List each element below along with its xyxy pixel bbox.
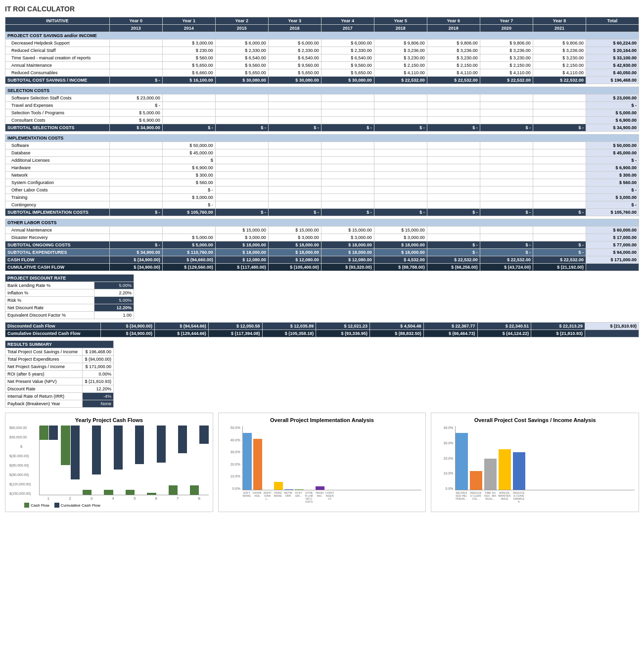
bar-group-5 (126, 426, 144, 495)
x-label: 7 (168, 496, 187, 501)
discounted-cashflow-table: Discounted Cash Flow $ (34,900.00) $ (94… (5, 322, 639, 337)
cashflow-bar-col (61, 426, 70, 495)
x-label: 5 (125, 496, 144, 501)
savings-bar-1 (470, 471, 482, 490)
year1-num: 2014 (162, 25, 215, 32)
selection-section-header: SELECTION COSTS (5, 87, 639, 95)
savings-chart-bars (455, 426, 635, 490)
table-row: Database $ 45,000.00 $ 45,000.00 (5, 149, 639, 157)
table-row: Annual Maintenance $ 15,000.00 $ 15,000.… (5, 227, 639, 234)
impl-chart-bars (242, 426, 422, 490)
column-header-row: INITIATIVE Year 0 Year 1 Year 2 Year 3 Y… (5, 17, 639, 25)
irr-row: Internal Rate of Return (IRR) -4% (5, 393, 114, 400)
net-discount-row: Net Discount Rate 12.20% (5, 304, 134, 312)
main-table: INITIATIVE Year 0 Year 1 Year 2 Year 3 Y… (5, 17, 639, 271)
cumulative-bar-col (157, 426, 166, 495)
year3-num: 2016 (268, 25, 321, 32)
bar-group-4 (104, 426, 122, 495)
cashflow-bar-col (83, 426, 92, 495)
table-row: Training $ 3,000.00 $ 3,000.00 (5, 194, 639, 201)
table-row: Software $ 50,000.00 $ 50,000.00 (5, 142, 639, 149)
cashflow-chart-bars (39, 426, 209, 495)
x-label: 1 (39, 496, 58, 501)
impl-x-label: TRAINING (315, 491, 324, 503)
roi-row: ROI (after 5 years) 0.00% (5, 371, 114, 378)
impl-bar-4 (284, 489, 293, 490)
bar-group-6 (147, 426, 165, 495)
impl-bar-5 (295, 489, 304, 490)
impl-x-label: ADDITIONAL... (263, 491, 272, 503)
cashflow-bar-col (169, 426, 178, 495)
discount-table: PROJECT DISCOUNT RATE Bank Lending Rate … (5, 274, 134, 319)
impl-x-labels: SOFTWAREDATABASEADDITIONAL...HARDWARENET… (223, 491, 422, 503)
bar-group-2 (61, 426, 79, 495)
savings-bar-0 (456, 433, 468, 490)
savings-x-label: REDUCED CONSUMABLES (512, 491, 525, 503)
charts-container: Yearly Project Cash Flows $60,000.00 $30… (5, 413, 639, 512)
cashflow-bar-col (126, 426, 135, 495)
cumulative-bar-col (178, 426, 187, 495)
bar-group-3 (83, 426, 101, 495)
table-row: Travel and Expenses $ - $ - (5, 102, 639, 109)
table-row: Hardware $ 6,900.00 $ 6,900.00 (5, 164, 639, 172)
table-row: Disaster Recovery $ 5,000.00 $ 3,000.00 … (5, 234, 639, 241)
bar-group-8 (190, 426, 208, 495)
impl-chart-box: Overall Project Implementation Analysis … (218, 413, 426, 512)
impl-subtotal-row: SUBTOTAL IMPLEMENTATION COSTS $ - $ 105,… (5, 209, 639, 216)
cumulative-bar-col (92, 426, 101, 495)
impl-x-label: OTHER LABOR COSTS (305, 491, 314, 503)
cashflow-chart-title: Yearly Project Cash Flows (9, 417, 209, 423)
savings-section-header: PROJECT COST SAVINGS and/or INCOME (5, 32, 639, 40)
year8-header: Year 8 (533, 17, 586, 25)
impl-x-label: NETWORK (284, 491, 293, 503)
cashflow-legend: Cash Flow Cumulative Cash Flow (9, 503, 209, 508)
savings-bar-3 (499, 449, 511, 490)
impl-x-label: SYSTEM... (294, 491, 303, 503)
savings-chart-box: Overall Project Cost Savings / Income An… (431, 413, 639, 512)
year0-num: 2013 (109, 25, 162, 32)
cashflow-row: CASH FLOW $ (34,900.00) $ (94,660.00) $ … (5, 256, 639, 264)
cashflow-legend-color (24, 503, 29, 508)
cumulative-bar-col (135, 426, 144, 495)
labor-subtotal-row: SUBTOTAL ONGOING COSTS $ - $ 5,000.00 $ … (5, 241, 639, 249)
x-label: 4 (104, 496, 123, 501)
savings-bar-4 (513, 452, 525, 490)
bar-group-7 (169, 426, 187, 495)
table-row: Reduced Consumables $ 6,660.00 $ 5,650.0… (5, 69, 639, 77)
cumulative-bar-col (114, 426, 123, 495)
table-row: Reduced Clerical Staff $ 230.00 $ 2,330.… (5, 47, 639, 54)
bank-rate-row: Bank Lending Rate % 5.00% (5, 282, 134, 289)
year7-num: 2020 (480, 25, 533, 32)
table-row: Selection Tools / Programs $ 5,000.00 $ … (5, 109, 639, 117)
total-savings-row: Total Project Cost Savings / Income $ 19… (5, 348, 114, 356)
savings-x-label: DECREASED HELPDESK... (455, 491, 467, 503)
table-row: System Configuration $ 560.00 $ 560.00 (5, 179, 639, 187)
year4-header: Year 4 (321, 17, 374, 25)
inflation-row: Inflation % 2.20% (5, 289, 134, 297)
x-label: 6 (147, 496, 166, 501)
impl-chart-title: Overall Project Implementation Analysis (223, 417, 422, 423)
table-row: Network $ 300.00 $ 300.00 (5, 172, 639, 179)
impl-x-label: DATABASE (253, 491, 262, 503)
net-savings-row: Net Project Savings / Income $ 171,000.0… (5, 363, 114, 371)
x-label: 3 (82, 496, 101, 501)
discount-rate-row: Discount Rate 12.20% (5, 385, 114, 393)
cashflow-bar-col (40, 426, 48, 495)
table-row: Contingency $ - $ - (5, 201, 639, 209)
table-row: Software Selection Staff Costs $ 23,000.… (5, 95, 639, 102)
table-row: Decreased Helpdesk Support $ 3,000.00 $ … (5, 40, 639, 47)
savings-chart-title: Overall Project Cost Savings / Income An… (435, 417, 635, 423)
savings-subtotal-row: SUBTOTAL COST SAVINGS / INCOME $ - $ 16,… (5, 77, 639, 84)
impl-bar-0 (243, 433, 252, 490)
year5-num: 2018 (374, 25, 427, 32)
year7-header: Year 7 (480, 17, 533, 25)
impl-x-label: CONTINGENCY (325, 491, 334, 503)
table-row: Annual Maintenance $ 5,650.00 $ 9,560.00… (5, 62, 639, 69)
cashflow-bar-col (104, 426, 113, 495)
table-row: Time Saved - manual creation of reports … (5, 54, 639, 62)
cumulative-legend-color (54, 503, 59, 508)
total-header: Total (586, 17, 639, 25)
cashflow-bar-col (190, 426, 199, 495)
cumulative-bar-col (71, 426, 80, 495)
total-exp-row: Total Project Expenditures $ (94,000.00) (5, 356, 114, 363)
